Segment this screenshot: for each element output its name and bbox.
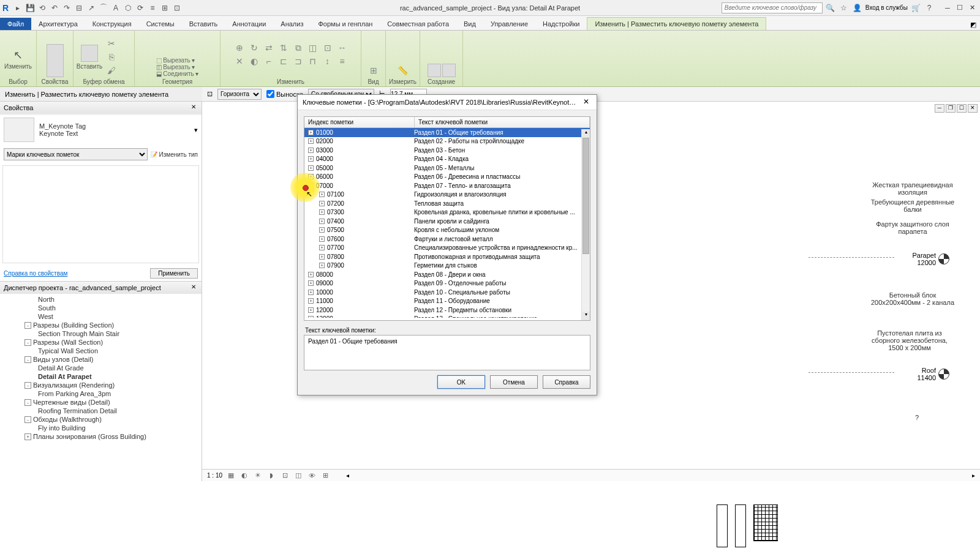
instance-filter-select[interactable]: Марки ключевых пометок	[4, 148, 148, 160]
help-icon[interactable]: ?	[924, 2, 935, 13]
keynote-row[interactable]: +07900Герметики для стыков	[304, 261, 590, 271]
scroll-up-button[interactable]: ▴	[582, 129, 590, 138]
cut-small-button[interactable]: ✂	[104, 37, 119, 50]
list-icon[interactable]: ≡	[147, 2, 158, 13]
row-expander[interactable]: +	[319, 192, 325, 197]
obj-icon[interactable]: ⬡	[123, 2, 134, 13]
save-icon[interactable]: 💾	[24, 2, 36, 13]
tab-structure[interactable]: Конструкция	[85, 18, 139, 30]
open-icon[interactable]: ▸	[12, 2, 23, 13]
row-expander[interactable]: +	[308, 307, 314, 313]
tree-item[interactable]: -Обходы (Walkthrough)	[1, 415, 200, 424]
crop-icon[interactable]: ⊡	[280, 471, 290, 481]
tab-addins[interactable]: Надстройки	[535, 18, 587, 30]
type-dropdown-button[interactable]: ▾	[194, 126, 198, 134]
tab-modify-context[interactable]: Изменить | Разместить ключевую пометку э…	[587, 17, 766, 30]
apply-button[interactable]: Применить	[150, 268, 198, 279]
row-expander[interactable]: +	[308, 138, 314, 144]
keynote-row[interactable]: +03000Раздел 03 - Бетон	[304, 146, 590, 155]
stack-icon[interactable]: ⊡	[172, 2, 183, 13]
keynote-row[interactable]: +11000Раздел 11 - Оборудование	[304, 297, 590, 306]
paste-button[interactable]: Вставить	[77, 39, 102, 75]
properties-help-link[interactable]: Справка по свойствам	[4, 270, 67, 277]
tool-icon[interactable]: ⊓	[306, 54, 320, 68]
view-min-button[interactable]: ─	[935, 104, 944, 113]
row-expander[interactable]: +	[308, 290, 314, 295]
copy-small-button[interactable]: ⎘	[104, 50, 119, 64]
create-tool-icon[interactable]	[442, 64, 456, 77]
sun-icon[interactable]: ☀	[253, 471, 263, 481]
tool-icon[interactable]: ◐	[247, 54, 262, 68]
join-icon[interactable]: ⬓	[156, 70, 162, 77]
tab-analyze[interactable]: Анализ	[273, 18, 311, 30]
tree-item[interactable]: Fly into Building	[1, 424, 200, 432]
tree-expander[interactable]: -	[24, 416, 31, 423]
tree-item[interactable]: North	[1, 295, 200, 304]
star-icon[interactable]: ☆	[839, 2, 850, 13]
keynote-row[interactable]: +07600Фартуки и листовой металл	[304, 234, 590, 244]
tree-scrollbar[interactable]: ▴ ▾	[581, 129, 590, 320]
row-expander[interactable]: +	[319, 254, 325, 260]
search-go-icon[interactable]: 🔍	[825, 2, 836, 13]
row-expander[interactable]: +	[308, 298, 314, 304]
visual-style-icon[interactable]: ◐	[239, 471, 249, 481]
edit-type-button[interactable]: 📝 Изменить тип	[150, 151, 198, 158]
view-max-button[interactable]: ☐	[957, 104, 967, 113]
modify-tool-button[interactable]: ↖ Изменить	[6, 40, 31, 77]
tree-expander[interactable]: -	[24, 339, 31, 346]
cancel-button[interactable]: Отмена	[490, 375, 538, 389]
arc-icon[interactable]: ⌒	[98, 2, 109, 13]
ribbon-collapse-button[interactable]: ◩	[967, 20, 980, 30]
tab-massing[interactable]: Формы и генплан	[311, 18, 380, 30]
tab-file[interactable]: Файл	[0, 18, 31, 30]
keynote-tree[interactable]: Индекс пометки Текст ключевой пометки +0…	[304, 116, 590, 321]
tree-expander[interactable]: -	[24, 356, 31, 363]
properties-close-button[interactable]: ✕	[189, 103, 198, 112]
tree-item[interactable]: Typical Wall Section	[1, 347, 200, 355]
keynote-row[interactable]: -07000Раздел 07 - Тепло- и влагозащита	[304, 181, 590, 190]
tool-icon[interactable]: ⊐	[291, 54, 306, 68]
project-browser-tree[interactable]: NorthSouthWest-Разрезы (Building Section…	[0, 294, 202, 481]
keynote-row[interactable]: +10000Раздел 10 - Специальные работы	[304, 288, 590, 297]
tree-item[interactable]: -Разрезы (Building Section)	[1, 321, 200, 329]
keynote-text-area[interactable]: Раздел 01 - Общие требования	[304, 335, 590, 370]
tool-icon[interactable]: ↕	[320, 54, 335, 68]
row-expander[interactable]: +	[319, 227, 325, 233]
tree-item[interactable]: From Parking Area_3pm	[1, 389, 200, 398]
keynote-row[interactable]: +07300Кровельная дранка, кровельные плит…	[304, 208, 590, 217]
tree-item[interactable]: Detail At Parapet	[1, 372, 200, 381]
signin-link[interactable]: Вход в службы	[865, 4, 908, 11]
dialog-close-button[interactable]: ✕	[581, 97, 592, 107]
row-expander[interactable]: +	[319, 245, 325, 250]
tool-icon[interactable]: ⇅	[276, 41, 291, 54]
keynote-row[interactable]: +08000Раздел 08 - Двери и окна	[304, 270, 590, 279]
tree-item[interactable]: -Разрезы (Wall Section)	[1, 338, 200, 347]
hide-icon[interactable]: 👁	[307, 471, 317, 481]
keynote-row[interactable]: +05000Раздел 05 - Металлы	[304, 163, 590, 173]
tab-view[interactable]: Вид	[456, 18, 483, 30]
keynote-row[interactable]: +01000Раздел 01 - Общие требования	[304, 128, 590, 137]
tool-icon[interactable]: ⊏	[276, 54, 291, 68]
cart-icon[interactable]: 🛒	[910, 2, 921, 13]
measure-tool-icon[interactable]: 📏	[396, 64, 410, 77]
row-expander[interactable]: +	[319, 201, 325, 206]
tool-icon[interactable]: ⧉	[291, 41, 306, 54]
keynote-row[interactable]: +07200Тепловая защита	[304, 199, 590, 208]
scroll-down-button[interactable]: ▾	[582, 312, 590, 320]
reveal-icon[interactable]: ⊞	[320, 471, 330, 481]
tool-icon[interactable]: ✕	[232, 54, 247, 68]
crop-region-icon[interactable]: ◫	[293, 471, 303, 481]
tab-insert[interactable]: Вставить	[182, 18, 225, 30]
project-browser-close-button[interactable]: ✕	[189, 283, 198, 292]
row-expander[interactable]: +	[308, 156, 314, 162]
row-expander[interactable]: +	[319, 219, 325, 224]
row-expander[interactable]: +	[308, 165, 314, 171]
tree-item[interactable]: Section Through Main Stair	[1, 329, 200, 338]
sync-icon[interactable]: ⟲	[37, 2, 48, 13]
tab-systems[interactable]: Системы	[139, 18, 182, 30]
tab-collaborate[interactable]: Совместная работа	[380, 18, 456, 30]
ok-button[interactable]: OK	[437, 375, 485, 389]
row-expander[interactable]: +	[319, 209, 325, 215]
maximize-button[interactable]: ☐	[954, 3, 965, 13]
col-index-header[interactable]: Индекс пометки	[304, 117, 415, 127]
